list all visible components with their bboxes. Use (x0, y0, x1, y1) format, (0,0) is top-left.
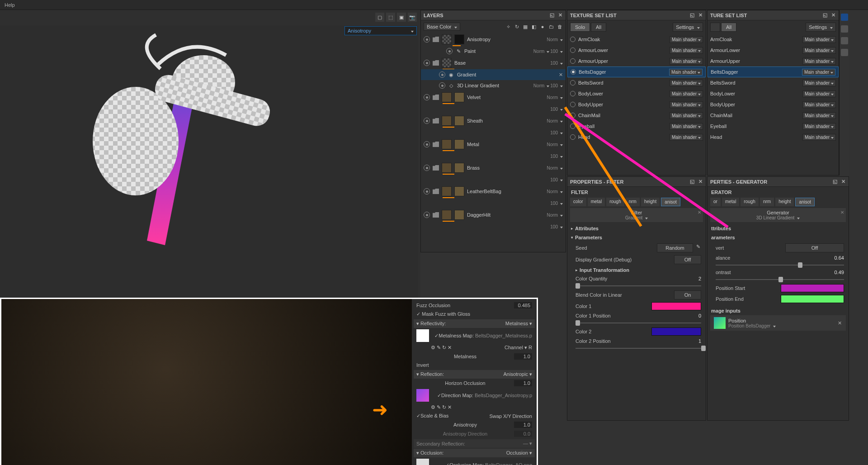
texture-set-row[interactable]: BodyLower Main shader (708, 88, 839, 99)
shader-dropdown[interactable]: Main shader (669, 69, 703, 76)
shader-dropdown[interactable]: Main shader (670, 101, 703, 108)
rail-history-icon[interactable] (841, 37, 848, 44)
layer-channel-dropdown[interactable]: Base Color (424, 23, 460, 31)
menu-help[interactable]: Help (5, 2, 15, 8)
shader-dropdown[interactable]: Main shader (802, 58, 836, 65)
toggle-off[interactable]: Off (674, 255, 701, 264)
toggle-on[interactable]: On (674, 290, 701, 299)
channel-chip[interactable]: metal (722, 198, 739, 206)
texture-set-row[interactable]: ArmourLower Main shader (708, 45, 839, 56)
panel-close-icon[interactable]: ✕ (698, 179, 703, 185)
secondary-reflection-header[interactable]: Secondary Reflection:— ▾ (414, 439, 535, 448)
channel-chip[interactable]: height (775, 198, 794, 206)
rail-mesh-icon[interactable] (841, 25, 848, 33)
color2-swatch[interactable] (651, 327, 701, 336)
layer-row[interactable]: Sheath Norm (421, 114, 566, 127)
vp-tool-camera[interactable]: 📷 (408, 13, 417, 22)
shader-dropdown[interactable]: Main shader (670, 90, 703, 97)
texture-set-row[interactable]: Eyeball Main shader (708, 121, 839, 132)
visibility-toggle[interactable] (424, 118, 430, 124)
map-tool-icons[interactable]: ⚙ ✎ ↻ ✕ (431, 404, 452, 410)
channel-chip[interactable]: anisot (795, 198, 815, 206)
input-remove-icon[interactable]: ✕ (837, 320, 842, 326)
texture-set-row[interactable]: BodyUpper Main shader (567, 99, 706, 110)
channel-chip[interactable]: color (570, 198, 586, 206)
shader-dropdown[interactable]: Main shader (670, 123, 703, 130)
layer-row[interactable]: Brass Norm (421, 161, 566, 174)
slider-c2p[interactable] (567, 345, 706, 351)
texture-set-row[interactable]: BodyUpper Main shader (708, 99, 839, 110)
shader-dropdown[interactable]: Main shader (802, 134, 836, 141)
panel-close-icon[interactable]: ✕ (840, 179, 846, 185)
panel-close-icon[interactable]: ✕ (830, 13, 836, 18)
layer-tool-fx-icon[interactable]: ↻ (514, 24, 520, 30)
slider-c1p[interactable] (567, 320, 706, 326)
layer-tool-instance-icon[interactable]: ▦ (522, 24, 528, 30)
shader-dropdown[interactable]: Main shader (670, 36, 703, 43)
solo-radio[interactable] (570, 80, 576, 85)
shader-dropdown[interactable]: Main shader (802, 90, 836, 97)
shader-dropdown[interactable]: Main shader (802, 69, 835, 76)
panel-popout-icon[interactable]: ◱ (689, 13, 695, 18)
layer-tool-fill-icon[interactable]: ● (539, 24, 546, 30)
section-input-transform[interactable]: ▸Input Transformation (567, 266, 706, 275)
shader-dropdown[interactable]: Main shader (802, 101, 836, 108)
texture-set-row[interactable]: ArmourLower Main shader (567, 45, 706, 56)
reflection-header[interactable]: ▾ Reflection:Anisotropic ▾ (414, 370, 535, 379)
solo-radio[interactable] (570, 123, 576, 129)
solo-radio[interactable] (570, 91, 576, 96)
filter-slot[interactable]: Filter Gradient ✕ (570, 208, 703, 222)
shader-dropdown[interactable]: Main shader (670, 134, 703, 141)
texture-set-row[interactable]: ArmourUpper Main shader (567, 56, 706, 66)
color1-swatch[interactable] (651, 302, 701, 310)
section-attributes[interactable]: ttributes (708, 224, 849, 233)
slider-color-qty[interactable] (567, 283, 706, 289)
texture-set-row[interactable]: BeltsDagger Main shader (567, 66, 706, 77)
channel-chip[interactable]: anisot (661, 198, 680, 206)
section-parameters[interactable]: arameters (708, 233, 849, 242)
solo-radio[interactable] (570, 58, 576, 64)
texture-set-row[interactable]: ArmCloak Main shader (567, 34, 706, 45)
ts-settings-dropdown[interactable]: Settings (673, 23, 703, 32)
texture-set-row[interactable]: Head Main shader (567, 132, 706, 142)
layer-row[interactable]: LeatherBeltBag Norm (421, 185, 566, 198)
layer-row[interactable]: Anisotropy Norm (421, 33, 566, 46)
texture-set-row[interactable]: ArmourUpper Main shader (708, 56, 839, 66)
generator-remove-icon[interactable]: ✕ (840, 210, 844, 215)
viewport-3d[interactable]: ▢ ⬚ ▣ 📷 Anisotropy (0, 10, 420, 298)
layer-row-selected[interactable]: ◉ Gradient ✕ (421, 69, 566, 80)
texture-set-row[interactable]: BodyLower Main shader (567, 88, 706, 99)
edit-seed-icon[interactable]: ✎ (695, 243, 701, 250)
channel-chip[interactable]: or (710, 198, 721, 206)
shader-dropdown[interactable]: Main shader (670, 112, 703, 119)
layer-row[interactable]: Metal Norm (421, 138, 566, 151)
channel-chip[interactable]: nrm (626, 198, 640, 206)
visibility-toggle[interactable] (424, 94, 430, 100)
vp-tool-2[interactable]: ⬚ (386, 13, 395, 22)
solo-radio[interactable] (571, 69, 576, 75)
layer-tool-wand-icon[interactable]: ✧ (505, 24, 511, 30)
shader-dropdown[interactable]: Main shader (670, 47, 703, 54)
solo-tab[interactable]: Solo (570, 23, 590, 32)
shader-dropdown[interactable]: Main shader (802, 123, 836, 130)
layer-row[interactable]: ◇ 3D Linear Gradient Norm 100 (421, 80, 566, 91)
shader-dropdown[interactable]: Main shader (802, 80, 836, 86)
solo-radio[interactable] (570, 113, 576, 118)
panel-popout-icon[interactable]: ◱ (832, 179, 838, 185)
texture-set-row[interactable]: BeltsDagger Main shader (708, 66, 839, 77)
all-tab[interactable]: All (721, 23, 736, 32)
panel-close-icon[interactable]: ✕ (557, 13, 563, 18)
visibility-toggle[interactable] (424, 141, 430, 147)
shader-dropdown[interactable]: Main shader (802, 36, 836, 43)
texture-set-row[interactable]: Head Main shader (708, 132, 839, 142)
generator-slot[interactable]: Generator 3D Linear Gradient ✕ (710, 208, 846, 222)
channel-chip[interactable]: metal (588, 198, 605, 206)
toggle-off[interactable]: Off (785, 243, 844, 252)
visibility-toggle[interactable] (424, 165, 430, 171)
solo-tab[interactable] (710, 23, 720, 32)
texture-set-row[interactable]: ArmCloak Main shader (708, 34, 839, 45)
channel-chip[interactable]: rough (741, 198, 759, 206)
panel-popout-icon[interactable]: ◱ (549, 13, 555, 18)
channel-chip[interactable]: height (641, 198, 660, 206)
visibility-toggle[interactable] (424, 188, 430, 195)
